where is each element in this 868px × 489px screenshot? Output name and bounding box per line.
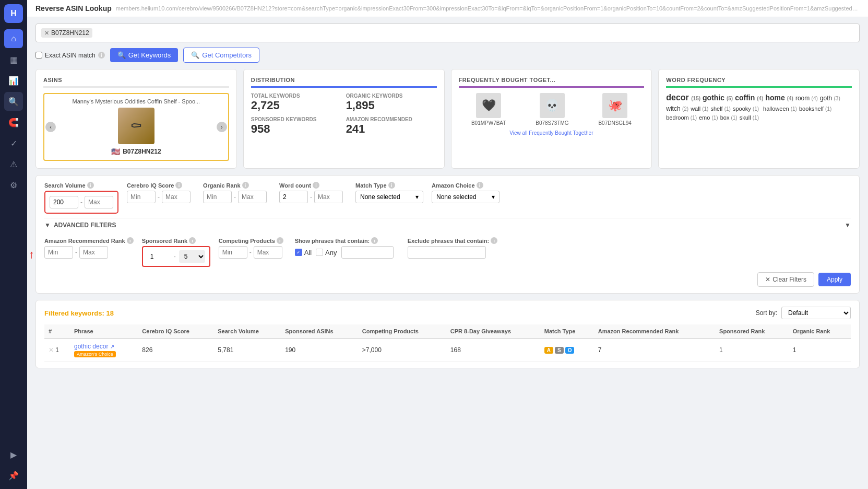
word-cloud: decor (15) gothic (5) coffin (4) home (4… bbox=[666, 93, 852, 121]
amz-rec-rank-info-icon[interactable]: i bbox=[127, 237, 134, 244]
exact-asin-info-icon[interactable]: i bbox=[98, 52, 105, 59]
sidebar: H ⌂ ▦ 📊 🔍 🧲 ✓ ⚠ ⚙ ▶ 📌 bbox=[0, 0, 27, 489]
advanced-filters-section: ↑ Amazon Recommended Rank i - bbox=[44, 232, 851, 267]
sponsored-rank-min-input[interactable] bbox=[147, 251, 171, 262]
word-home: home (4) bbox=[765, 94, 793, 102]
organic-rank-min-input[interactable] bbox=[203, 191, 232, 203]
all-checked-icon: ✓ bbox=[295, 249, 302, 256]
amazon-choice-dropdown[interactable]: None selected ▾ bbox=[432, 191, 500, 203]
exclude-phrases-info-icon[interactable]: i bbox=[491, 237, 497, 244]
fbt-product-1: 🖤 B01MPW7BAT bbox=[471, 93, 506, 126]
cell-amz-rec-rank: 7 bbox=[594, 339, 715, 362]
advanced-filters-toggle[interactable]: ▼ ADVANCED FILTERS ▼ bbox=[44, 218, 851, 232]
word-gothic: gothic (5) bbox=[703, 94, 733, 102]
sidebar-item-play[interactable]: ▶ bbox=[4, 445, 23, 464]
clear-filters-button[interactable]: ✕ Clear Filters bbox=[757, 272, 814, 287]
organic-rank-info-icon[interactable]: i bbox=[242, 182, 249, 189]
sidebar-item-check[interactable]: ✓ bbox=[4, 134, 23, 153]
show-phrases-info-icon[interactable]: i bbox=[371, 237, 378, 244]
organic-rank-max-input[interactable] bbox=[238, 191, 267, 203]
competing-products-min-input[interactable] bbox=[219, 246, 247, 259]
cell-cerebro-iq: 826 bbox=[138, 339, 213, 362]
show-phrases-all[interactable]: ✓ All bbox=[295, 249, 312, 257]
exact-asin-checkbox[interactable] bbox=[35, 52, 42, 59]
cell-sponsored-rank: 1 bbox=[715, 339, 789, 362]
results-header: Filtered keywords: 18 Sort by: Default S… bbox=[44, 307, 851, 319]
filter-actions: ✕ Clear Filters Apply bbox=[44, 272, 851, 287]
sidebar-item-home[interactable]: ⌂ bbox=[4, 29, 23, 48]
exclude-phrases-label: Exclude phrases that contain: i bbox=[408, 237, 512, 244]
amz-rec-rank-min-input[interactable] bbox=[44, 246, 73, 259]
phrase-link[interactable]: gothic decor bbox=[74, 343, 108, 350]
asins-card: ASINS ‹ Manny's Mysterious Oddities Coff… bbox=[35, 69, 237, 169]
cerebro-iq-info-icon[interactable]: i bbox=[175, 182, 182, 189]
search-bar-container: ✕ B07Z8HN212 bbox=[35, 24, 860, 42]
search-volume-label: Search Volume i bbox=[44, 182, 118, 189]
search-volume-info-icon[interactable]: i bbox=[87, 182, 94, 189]
sponsored-rank-max-select[interactable]: 5 10 20 bbox=[179, 250, 205, 263]
total-keywords-label: TOTAL KEYWORDS bbox=[251, 93, 342, 99]
external-link-icon[interactable]: ↗ bbox=[110, 344, 114, 350]
word-goth: goth (3) bbox=[820, 95, 840, 102]
sidebar-item-alert[interactable]: ⚠ bbox=[4, 155, 23, 173]
col-cpr: CPR 8-Day Giveaways bbox=[446, 324, 540, 339]
word-spooky: spooky (1) bbox=[733, 106, 759, 112]
sponsored-keywords-label: SPONSORED KEYWORDS bbox=[251, 117, 342, 122]
match-type-label: Match Type i bbox=[355, 182, 423, 189]
show-phrases-any[interactable]: Any bbox=[316, 249, 337, 257]
search-volume-max-input[interactable] bbox=[85, 196, 113, 208]
col-organic-rank: Organic Rank bbox=[789, 324, 851, 339]
sidebar-item-cerebro[interactable]: 🔍 bbox=[4, 92, 23, 111]
get-keywords-button[interactable]: 🔍 Get Keywords bbox=[110, 48, 179, 62]
controls-row: Exact ASIN match i 🔍 Get Keywords 🔍 Get … bbox=[35, 48, 860, 63]
sidebar-item-magnet[interactable]: 🧲 bbox=[4, 113, 23, 132]
word-shelf: shelf (1) bbox=[710, 106, 731, 112]
top-bar: Reverse ASIN Lookup members.helium10.com… bbox=[27, 0, 868, 17]
badge-a: A bbox=[544, 347, 553, 354]
cerebro-iq-filter: Cerebro IQ Score i - bbox=[127, 182, 195, 203]
sort-select[interactable]: Default Search Volume Cerebro IQ Score O… bbox=[781, 307, 851, 319]
sidebar-item-tools[interactable]: ⚙ bbox=[4, 176, 23, 194]
cell-phrase: gothic decor ↗ Amazon's Choice bbox=[70, 339, 138, 362]
total-keywords-item: TOTAL KEYWORDS 2,725 bbox=[251, 93, 342, 112]
view-all-fbt-link[interactable]: View all Frequently Bought Together bbox=[459, 130, 645, 136]
fbt-img-2: 💀 bbox=[540, 93, 565, 118]
show-phrases-input[interactable] bbox=[341, 246, 394, 259]
organic-keywords-label: ORGANIC KEYWORDS bbox=[346, 93, 437, 99]
get-competitors-button[interactable]: 🔍 Get Competitors bbox=[183, 48, 259, 63]
apply-button[interactable]: Apply bbox=[818, 273, 851, 286]
amz-rec-rank-max-input[interactable] bbox=[79, 246, 108, 259]
asin-tag-close[interactable]: ✕ bbox=[44, 30, 49, 37]
cerebro-iq-min-input[interactable] bbox=[127, 191, 156, 203]
match-type-info-icon[interactable]: i bbox=[388, 182, 395, 189]
word-count-min-input[interactable] bbox=[279, 191, 308, 203]
organic-keywords-item: ORGANIC KEYWORDS 1,895 bbox=[346, 93, 437, 112]
match-type-dropdown[interactable]: None selected ▾ bbox=[355, 191, 423, 203]
sidebar-item-analytics[interactable]: 📊 bbox=[4, 71, 23, 90]
organic-rank-filter: Organic Rank i - bbox=[203, 182, 271, 203]
cerebro-iq-max-input[interactable] bbox=[162, 191, 191, 203]
asin-prev-button[interactable]: ‹ bbox=[45, 122, 56, 132]
amazon-choice-badge: Amazon's Choice bbox=[74, 351, 116, 357]
word-count-max-input[interactable] bbox=[314, 191, 343, 203]
col-phrase: Phrase bbox=[70, 324, 138, 339]
sidebar-item-pin[interactable]: 📌 bbox=[4, 466, 23, 485]
search-volume-min-input[interactable] bbox=[50, 196, 78, 208]
sponsored-rank-info-icon[interactable]: i bbox=[189, 237, 196, 244]
exact-asin-checkbox-label[interactable]: Exact ASIN match i bbox=[35, 52, 105, 59]
search-volume-range: - bbox=[50, 196, 113, 208]
sponsored-keywords-value: 958 bbox=[251, 122, 342, 136]
competing-products-info-icon[interactable]: i bbox=[277, 237, 283, 244]
distribution-card: DISTRIBUTION TOTAL KEYWORDS 2,725 ORGANI… bbox=[243, 69, 445, 169]
row-delete-button[interactable]: ✕ bbox=[49, 346, 54, 354]
show-phrases-filter: Show phrases that contain: i ✓ All Any bbox=[295, 237, 399, 259]
competing-products-max-input[interactable] bbox=[254, 246, 282, 259]
asin-next-button[interactable]: › bbox=[217, 122, 227, 132]
sidebar-logo[interactable]: H bbox=[4, 4, 23, 23]
sidebar-item-dashboard[interactable]: ▦ bbox=[4, 50, 23, 69]
amazon-choice-info-icon[interactable]: i bbox=[477, 182, 483, 189]
fbt-product-2: 💀 B078S73TMG bbox=[536, 93, 568, 126]
word-count-info-icon[interactable]: i bbox=[313, 182, 319, 189]
main-content: Reverse ASIN Lookup members.helium10.com… bbox=[27, 0, 868, 489]
exclude-phrases-input[interactable] bbox=[408, 246, 486, 259]
